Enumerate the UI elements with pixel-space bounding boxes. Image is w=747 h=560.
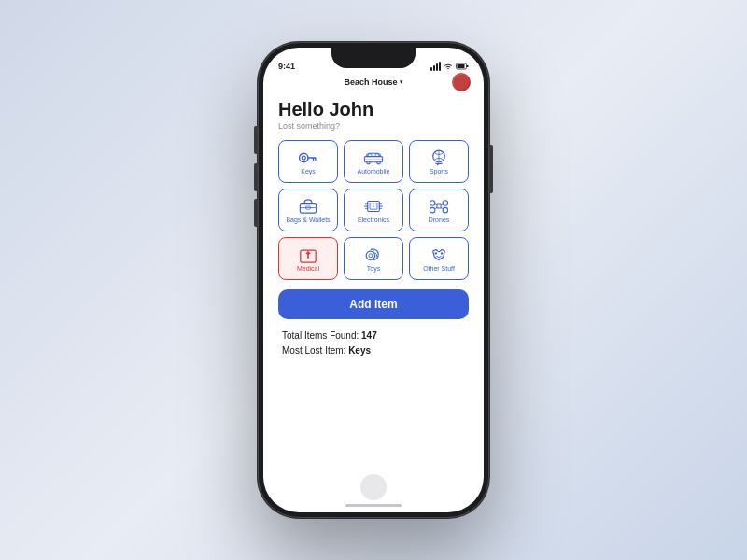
automobile-icon	[363, 149, 384, 166]
home-button[interactable]	[360, 474, 387, 500]
most-lost-value: Keys	[348, 345, 371, 356]
category-item-toys[interactable]: Toys	[344, 237, 403, 280]
svg-point-3	[300, 153, 308, 161]
total-items-value: 147	[361, 330, 377, 341]
category-item-keys[interactable]: Keys	[278, 140, 338, 183]
svg-point-24	[373, 250, 374, 252]
phone-screen: 9:41	[263, 48, 484, 512]
category-item-sports[interactable]: Sports	[409, 140, 469, 183]
svg-point-26	[441, 252, 443, 254]
svg-point-4	[302, 156, 305, 160]
status-bar: 9:41	[263, 59, 484, 74]
toys-icon	[363, 246, 384, 263]
medical-icon	[298, 246, 318, 263]
electronics-icon	[363, 198, 384, 215]
svg-point-17	[430, 201, 435, 206]
bags-label: Bags & Wallets	[286, 217, 330, 224]
category-grid: Keys Automobile	[278, 140, 469, 280]
svg-rect-2	[467, 65, 469, 67]
sports-icon	[429, 149, 449, 166]
category-item-other[interactable]: Other Stuff	[409, 237, 469, 280]
greeting-text: Hello John	[278, 98, 469, 120]
svg-point-18	[443, 201, 448, 206]
add-item-button[interactable]: Add Item	[278, 289, 469, 319]
wifi-icon	[444, 63, 453, 70]
status-time: 9:41	[278, 62, 295, 71]
app-header: Beach House ▾	[263, 74, 484, 91]
battery-icon	[456, 63, 469, 70]
subtitle-text: Lost something?	[278, 121, 469, 131]
location-label[interactable]: Beach House	[344, 77, 397, 87]
keys-label: Keys	[301, 168, 316, 175]
category-item-drones[interactable]: Drones	[409, 189, 469, 231]
chevron-down-icon: ▾	[400, 78, 403, 86]
category-item-automobile[interactable]: Automobile	[344, 140, 403, 183]
category-item-bags[interactable]: Bags & Wallets	[278, 189, 338, 231]
avatar[interactable]	[452, 73, 471, 91]
phone-device: 9:41	[258, 42, 489, 518]
category-item-medical[interactable]: Medical	[278, 237, 338, 280]
keys-icon	[298, 149, 318, 166]
other-icon	[429, 246, 449, 263]
svg-rect-1	[458, 64, 465, 68]
stats-section: Total Items Found: 147 Most Lost Item: K…	[278, 329, 469, 358]
svg-rect-11	[300, 203, 316, 212]
svg-point-25	[435, 252, 437, 254]
main-content: Hello John Lost something? Keys	[263, 91, 484, 474]
electronics-label: Electronics	[358, 217, 389, 224]
svg-rect-16	[437, 204, 441, 208]
total-items-stat: Total Items Found: 147	[282, 329, 469, 343]
other-label: Other Stuff	[423, 265, 455, 273]
svg-point-19	[430, 207, 435, 213]
svg-point-20	[443, 207, 448, 213]
signal-icon	[430, 62, 441, 71]
status-icons	[430, 62, 469, 71]
svg-point-23	[369, 254, 373, 258]
medical-label: Medical	[297, 265, 319, 273]
category-item-electronics[interactable]: Electronics	[344, 189, 403, 231]
drones-label: Drones	[429, 217, 450, 224]
automobile-label: Automobile	[357, 168, 389, 175]
bags-icon	[298, 198, 318, 215]
drones-icon	[429, 198, 449, 215]
home-bar	[345, 504, 402, 507]
home-indicator-area	[263, 474, 484, 512]
sports-label: Sports	[430, 168, 448, 175]
most-lost-stat: Most Lost Item: Keys	[282, 343, 469, 358]
svg-point-15	[373, 205, 374, 207]
toys-label: Toys	[367, 265, 380, 273]
svg-point-22	[366, 251, 374, 259]
